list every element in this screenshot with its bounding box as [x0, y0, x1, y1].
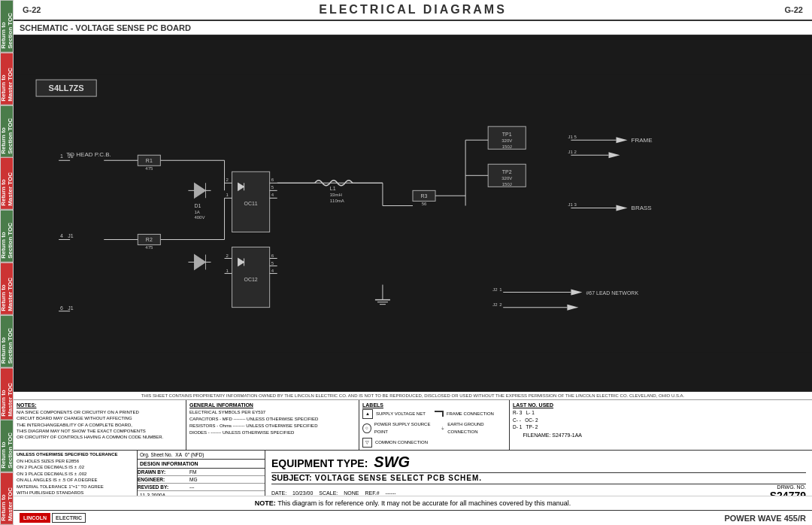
sidebar-tab-section-toc-1[interactable]: Return to Section TOC: [0, 0, 14, 53]
sidebar-tab-master-toc-1[interactable]: Return to Master TOC: [0, 53, 14, 105]
ref-label: REF.#: [365, 490, 380, 496]
labels-section: LABELS ▲ SUPPLY VOLTAGE NET FRAME CONNEC…: [359, 400, 510, 450]
date-label: DATE:: [271, 490, 286, 496]
general-info-text: ELECTRICAL SYMBOLS PER EY537 CAPACITORS …: [189, 409, 356, 436]
svg-text:J1: J1: [568, 150, 573, 154]
scale-label: SCALE:: [319, 490, 338, 496]
main-content: G-22 ELECTRICAL DIAGRAMS G-22 SCHEMATIC …: [14, 0, 812, 525]
notes-title: NOTES:: [17, 402, 183, 408]
sidebar-tab-master-toc-2[interactable]: Return to Master TOC: [0, 157, 14, 210]
svg-text:FRAME: FRAME: [632, 137, 653, 144]
page-title: ELECTRICAL DIAGRAMS: [319, 3, 507, 17]
svg-text:S4LL7ZS: S4LL7ZS: [49, 83, 84, 93]
svg-text:J2: J2: [492, 302, 498, 307]
last-used-title: LAST NO. USED: [513, 402, 582, 408]
general-info-section: GENERAL INFORMATION ELECTRICAL SYMBOLS P…: [186, 400, 359, 450]
svg-text:J1: J1: [68, 153, 74, 159]
sidebar-tab-label-6: Return to Master TOC: [0, 266, 14, 311]
sidebar-tab-master-toc-5[interactable]: Return to Master TOC: [0, 472, 14, 525]
circuit-diagram-svg: S4LL7ZS TO HEAD P.C.B. 1 J1 R1 475 D1 1A…: [14, 35, 812, 391]
info-row: NOTES: N/A SINCE COMPONENTS OR CIRCUITRY…: [14, 400, 812, 451]
svg-text:4: 4: [60, 233, 63, 238]
sidebar-tab-section-toc-4[interactable]: Return to Section TOC: [0, 315, 14, 368]
svg-text:1: 1: [60, 153, 63, 159]
subject-value: VOLTAGE SENSE SELECT PCB SCHEM.: [315, 474, 482, 482]
svg-text:J1: J1: [68, 305, 74, 311]
sidebar-tab-label-1: Return to Section TOC: [0, 4, 14, 49]
drawn-by-label: DRAWN BY:: [138, 469, 186, 475]
bottom-row: UNLESS OTHERWISE SPECIFIED TOLERANCE ON …: [14, 451, 812, 496]
equipment-type-row: EQUIPMENT TYPE: SWG: [271, 454, 806, 473]
sidebar-tab-label-4: Return to Master TOC: [0, 161, 14, 206]
sheet-row: Org. Sheet No. XA 0" (NFD): [138, 451, 265, 460]
schematic-diagram: S4LL7ZS TO HEAD P.C.B. 1 J1 R1 475 D1 1A…: [14, 35, 812, 391]
sidebar-tab-label-8: Return to Master TOC: [0, 372, 14, 417]
svg-text:110mA: 110mA: [330, 199, 344, 203]
svg-text:320V: 320V: [501, 138, 512, 143]
drwno-label: DRWG.: [777, 484, 795, 490]
sidebar-tab-master-toc-3[interactable]: Return to Master TOC: [0, 262, 14, 315]
svg-text:TP2: TP2: [502, 169, 512, 174]
svg-text:475: 475: [145, 245, 153, 250]
sidebar-tab-section-toc-5[interactable]: Return to Section TOC: [0, 420, 14, 472]
sidebar: Return to Section TOC Return to Master T…: [0, 0, 14, 525]
svg-text:J1: J1: [568, 202, 573, 207]
tolerance-text: ON HOLES SIZES PER E2856 ON 2 PLACE DECI…: [17, 458, 134, 496]
svg-text:320V: 320V: [501, 176, 512, 181]
svg-text:J1: J1: [568, 135, 573, 139]
revised-by-row: REVISED BY: ---: [138, 484, 265, 491]
revised-by-value: ---: [189, 484, 195, 490]
equipment-type-value: SWG: [374, 454, 410, 471]
page-number-left: G-22: [23, 5, 41, 14]
page-footer: LINCOLN ELECTRIC POWER WAVE 455/R: [14, 510, 812, 525]
page-number-right: G-22: [785, 5, 803, 14]
tolerance-title: UNLESS OTHERWISE SPECIFIED TOLERANCE: [17, 452, 134, 457]
svg-text:L1: L1: [330, 186, 336, 191]
sidebar-tab-label-7: Return to Section TOC: [0, 319, 14, 364]
proprietary-notice: THIS SHEET CONTAINS PROPRIETARY INFORMAT…: [14, 392, 812, 400]
electric-label: ELECTRIC: [52, 513, 86, 523]
subject-row: SUBJECT: VOLTAGE SENSE SELECT PCB SCHEM.: [271, 473, 806, 484]
tolerance-box: UNLESS OTHERWISE SPECIFIED TOLERANCE ON …: [14, 451, 138, 496]
svg-text:150J: 150J: [502, 144, 512, 149]
svg-text:150J: 150J: [502, 182, 512, 187]
design-info-title: DESIGN INFORMATION: [138, 460, 265, 469]
sidebar-tab-label-9: Return to Section TOC: [0, 423, 14, 469]
svg-text:400V: 400V: [194, 215, 205, 220]
lincoln-logo: LINCOLN ELECTRIC: [20, 513, 86, 523]
svg-text:56: 56: [422, 202, 427, 206]
note-item-1: N/A SINCE COMPONENTS OR CIRCUITRY ON A P…: [17, 409, 183, 441]
bottom-info-area: THIS SHEET CONTAINS PROPRIETARY INFORMAT…: [14, 391, 812, 496]
subject-label: SUBJECT:: [271, 473, 312, 482]
sidebar-tab-master-toc-4[interactable]: Return to Master TOC: [0, 368, 14, 420]
svg-text:33mH: 33mH: [330, 193, 342, 197]
sidebar-tab-section-toc-2[interactable]: Return to Section TOC: [0, 105, 14, 158]
org-sheet-label: Org. Sheet No.: [140, 452, 172, 457]
date-value: 10/23/00: [292, 490, 313, 496]
schematic-title-bar: SCHEMATIC - VOLTAGE SENSE PC BOARD: [14, 21, 812, 35]
note-bar: NOTE: This diagram is for reference only…: [14, 496, 812, 510]
svg-text:D1: D1: [194, 203, 201, 208]
labels-title: LABELS: [362, 402, 506, 408]
lincoln-label: LINCOLN: [20, 513, 50, 523]
svg-text:OC12: OC12: [244, 277, 257, 282]
sidebar-tab-section-toc-3[interactable]: Return to Section TOC: [0, 210, 14, 262]
svg-text:6: 6: [60, 305, 63, 311]
revised-by-label: REVISED BY:: [138, 484, 186, 490]
svg-text:J1: J1: [68, 233, 74, 238]
equipment-box: EQUIPMENT TYPE: SWG SUBJECT: VOLTAGE SEN…: [265, 451, 812, 496]
last-used-text: R- 3 L- 1 C- - OC- 2 D- 1 TP- 2: [513, 409, 582, 431]
notes-section: NOTES: N/A SINCE COMPONENTS OR CIRCUITRY…: [14, 400, 186, 450]
sidebar-tab-label-2: Return to Master TOC: [0, 56, 14, 102]
svg-text:475: 475: [145, 166, 153, 171]
engineer-row: ENGINEER: MG: [138, 476, 265, 484]
engineer-label: ENGINEER:: [138, 477, 186, 482]
schematic-title-text: SCHEMATIC - VOLTAGE SENSE PC BOARD: [20, 23, 191, 32]
engineer-value: MG: [189, 477, 197, 482]
ref-value: ------: [386, 490, 396, 496]
drawn-by-value: FM: [189, 469, 196, 475]
labels-content: ▲ SUPPLY VOLTAGE NET FRAME CONNECTION ○ …: [362, 409, 506, 448]
scale-value: NONE: [344, 490, 359, 496]
xa-label: XA: [175, 452, 182, 457]
svg-text:R1: R1: [146, 158, 153, 163]
